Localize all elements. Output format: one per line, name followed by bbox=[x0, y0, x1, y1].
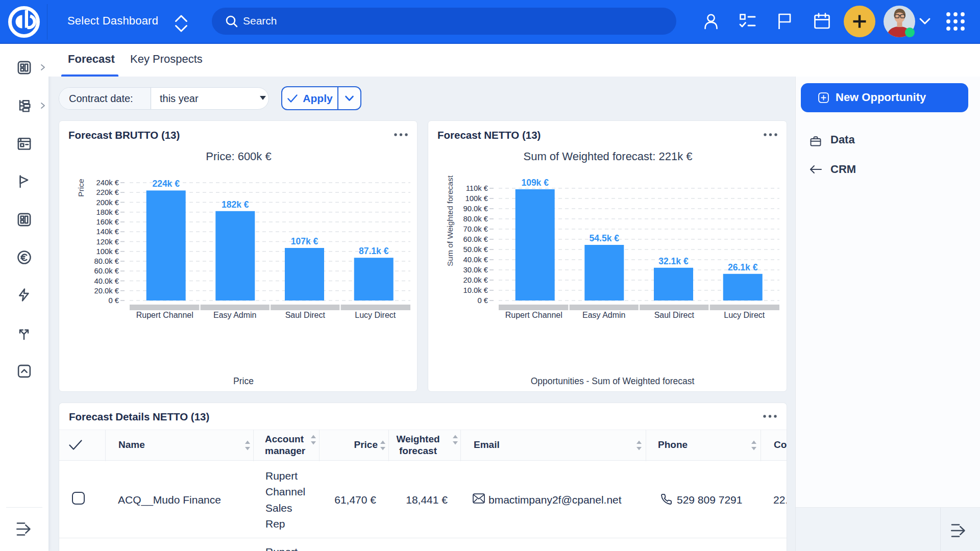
svg-text:Saul Direct: Saul Direct bbox=[654, 311, 695, 319]
svg-text:Sum of Weighted forecast: 221k: Sum of Weighted forecast: 221k € bbox=[524, 150, 693, 163]
svg-text:Opportunities - Sum of Weighte: Opportunities - Sum of Weighted forecast bbox=[531, 376, 695, 386]
svg-text:Price: Price bbox=[233, 376, 254, 386]
svg-text:240k €: 240k € bbox=[96, 179, 119, 187]
svg-text:32.1k €: 32.1k € bbox=[658, 256, 689, 266]
svg-text:0 €: 0 € bbox=[108, 296, 119, 305]
svg-text:100k €: 100k € bbox=[465, 194, 488, 203]
svg-text:224k €: 224k € bbox=[152, 179, 180, 189]
svg-text:Lucy Direct: Lucy Direct bbox=[355, 311, 396, 319]
svg-text:140k €: 140k € bbox=[96, 228, 119, 236]
svg-text:Saul Direct: Saul Direct bbox=[285, 311, 326, 319]
svg-text:120k €: 120k € bbox=[96, 238, 119, 246]
svg-text:107k €: 107k € bbox=[291, 236, 318, 246]
svg-text:87.1k €: 87.1k € bbox=[359, 246, 389, 256]
svg-text:Rupert Channel: Rupert Channel bbox=[505, 311, 562, 319]
svg-text:0 €: 0 € bbox=[477, 296, 488, 305]
svg-text:60.0k €: 60.0k € bbox=[94, 267, 119, 275]
svg-text:Easy Admin: Easy Admin bbox=[213, 311, 256, 319]
svg-text:30.0k €: 30.0k € bbox=[463, 266, 488, 274]
svg-text:Price: 600k €: Price: 600k € bbox=[206, 150, 271, 163]
svg-text:182k €: 182k € bbox=[222, 199, 249, 210]
svg-text:40.0k €: 40.0k € bbox=[463, 256, 488, 264]
svg-text:60.0k €: 60.0k € bbox=[463, 235, 488, 243]
svg-text:Price: Price bbox=[77, 179, 85, 196]
svg-text:80.0k €: 80.0k € bbox=[94, 257, 119, 265]
svg-text:40.0k €: 40.0k € bbox=[94, 277, 119, 285]
svg-text:180k €: 180k € bbox=[96, 208, 119, 216]
svg-text:50.0k €: 50.0k € bbox=[463, 245, 488, 254]
svg-text:20.0k €: 20.0k € bbox=[94, 287, 119, 295]
svg-text:90.0k €: 90.0k € bbox=[463, 205, 488, 213]
svg-text:Easy Admin: Easy Admin bbox=[582, 311, 625, 319]
svg-text:26.1k €: 26.1k € bbox=[728, 262, 758, 272]
svg-text:160k €: 160k € bbox=[96, 218, 119, 226]
svg-text:10.0k €: 10.0k € bbox=[463, 286, 488, 294]
svg-text:220k €: 220k € bbox=[96, 188, 119, 196]
svg-text:Lucy Direct: Lucy Direct bbox=[724, 311, 765, 319]
svg-text:200k €: 200k € bbox=[96, 198, 119, 207]
svg-text:54.5k €: 54.5k € bbox=[590, 233, 620, 243]
svg-text:Sum of Weighted forecast: Sum of Weighted forecast bbox=[446, 175, 454, 266]
svg-text:110k €: 110k € bbox=[466, 184, 488, 192]
svg-text:20.0k €: 20.0k € bbox=[463, 276, 488, 284]
svg-text:80.0k €: 80.0k € bbox=[463, 215, 488, 223]
svg-text:70.0k €: 70.0k € bbox=[463, 225, 488, 233]
svg-text:100k €: 100k € bbox=[96, 247, 119, 256]
svg-text:Rupert Channel: Rupert Channel bbox=[136, 311, 193, 319]
svg-text:109k €: 109k € bbox=[521, 178, 549, 188]
